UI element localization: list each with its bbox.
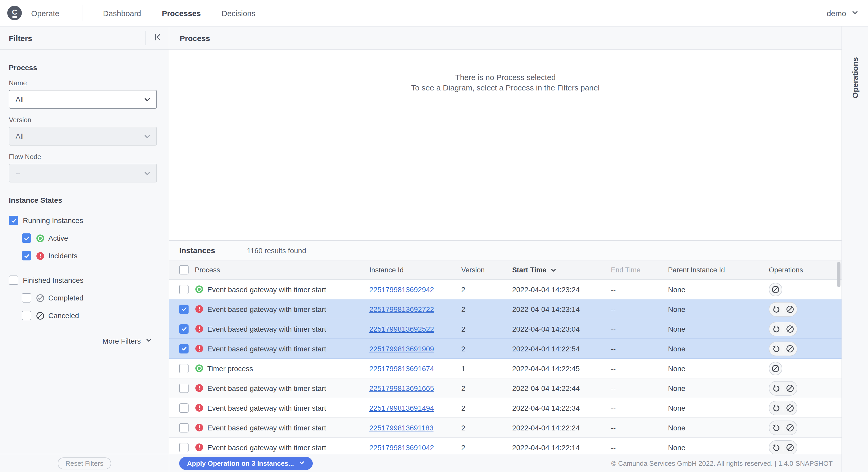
row-checkbox[interactable]: [179, 443, 189, 452]
end-time-cell: --: [611, 443, 668, 451]
main-navigation: DashboardProcessesDecisions: [103, 8, 255, 18]
row-checkbox[interactable]: [179, 364, 189, 373]
scrollbar-thumb[interactable]: [837, 262, 840, 287]
instance-id-link[interactable]: 2251799813691674: [369, 364, 434, 373]
version-cell: 2: [461, 384, 512, 392]
row-checkbox[interactable]: [179, 324, 189, 333]
nav-item-processes[interactable]: Processes: [162, 8, 201, 18]
filters-footer: Reset Filters: [0, 454, 169, 472]
results-count: 1160 results found: [247, 246, 306, 255]
cancel-operation-button[interactable]: [783, 421, 797, 434]
row-checkbox[interactable]: [179, 304, 189, 314]
column-header-process: Process: [195, 266, 369, 274]
column-header-version[interactable]: Version: [461, 266, 512, 274]
start-time-cell: 2022-04-04 14:23:04: [512, 325, 611, 333]
running-instances-filter: Running Instances: [0, 212, 169, 229]
row-checkbox[interactable]: [179, 383, 189, 393]
row-checkbox[interactable]: [179, 344, 189, 353]
operations-cell: [769, 401, 834, 415]
end-time-cell: --: [611, 384, 668, 392]
operations-cell: [769, 283, 834, 296]
start-time-cell: 2022-04-04 14:22:34: [512, 404, 611, 412]
operations-cell: [769, 361, 834, 375]
cancel-operation-button[interactable]: [783, 402, 797, 414]
name-select[interactable]: All: [9, 90, 157, 109]
row-checkbox[interactable]: [179, 285, 189, 294]
operations-cell: [769, 322, 834, 336]
instances-table-header: ProcessInstance IdVersionStart TimeEnd T…: [169, 260, 841, 280]
camunda-logo-icon: C: [7, 6, 22, 20]
instance-row: Event based gateway with timer start2251…: [169, 378, 841, 398]
instance-row: Event based gateway with timer start2251…: [169, 339, 841, 359]
instance-id-cell: 2251799813692522: [369, 325, 461, 333]
instance-id-link[interactable]: 2251799813692722: [369, 305, 434, 313]
retry-operation-button[interactable]: [769, 441, 783, 453]
retry-operation-button[interactable]: [769, 342, 783, 355]
name-field: NameAll: [0, 79, 169, 109]
finished-instances-checkbox[interactable]: [9, 275, 18, 285]
column-header-parent-instance-id[interactable]: Parent Instance Id: [668, 266, 769, 274]
cancel-operation-button[interactable]: [769, 283, 782, 296]
canceled-checkbox[interactable]: [22, 311, 31, 320]
end-time-cell: --: [611, 285, 668, 293]
cancel-operation-button[interactable]: [783, 303, 797, 315]
version-cell: 2: [461, 443, 512, 451]
finished-instances-label: Finished Instances: [23, 276, 83, 284]
filters-title: Filters: [0, 33, 146, 42]
cancel-operation-button[interactable]: [783, 323, 797, 335]
incident-state-icon: [195, 344, 207, 353]
instance-id-cell: 2251799813691909: [369, 344, 461, 353]
column-header-instance-id[interactable]: Instance Id: [369, 266, 461, 274]
version-cell: 1: [461, 364, 512, 373]
completed-checkbox[interactable]: [22, 293, 31, 302]
instance-id-link[interactable]: 2251799813692942: [369, 285, 434, 293]
nav-item-dashboard[interactable]: Dashboard: [103, 8, 141, 18]
canceled-state-icon: [36, 311, 45, 320]
collapse-filters-button[interactable]: [146, 27, 169, 49]
instance-id-link[interactable]: 2251799813691909: [369, 344, 434, 353]
retry-operation-button[interactable]: [769, 402, 783, 414]
more-filters-button[interactable]: More Filters: [0, 337, 169, 345]
operations-panel-collapsed[interactable]: Operations: [842, 27, 868, 472]
process-diagram-panel: Process There is no Process selected To …: [169, 27, 841, 240]
running-instances-checkbox[interactable]: [9, 216, 18, 225]
instance-id-link[interactable]: 2251799813692522: [369, 325, 434, 333]
instance-id-link[interactable]: 2251799813691665: [369, 384, 434, 392]
completed-state-icon: [36, 293, 45, 302]
version-cell: 2: [461, 344, 512, 353]
start-time-cell: 2022-04-04 14:23:14: [512, 305, 611, 313]
process-name: Event based gateway with timer start: [207, 285, 369, 293]
retry-operation-button[interactable]: [769, 303, 783, 315]
cancel-operation-button[interactable]: [769, 361, 782, 375]
instance-id-link[interactable]: 2251799813691494: [369, 404, 434, 412]
chevron-down-icon: [143, 169, 151, 177]
row-checkbox[interactable]: [179, 403, 189, 412]
incident-state-icon: [195, 384, 207, 392]
select-all-checkbox[interactable]: [179, 265, 189, 274]
retry-operation-button[interactable]: [769, 323, 783, 335]
parent-instance-id-cell: None: [668, 443, 769, 451]
nav-item-decisions[interactable]: Decisions: [221, 8, 255, 18]
apply-operation-button[interactable]: Apply Operation on 3 Instances...: [179, 457, 313, 470]
instance-id-link[interactable]: 2251799813691042: [369, 443, 434, 451]
retry-operation-button[interactable]: [769, 382, 783, 394]
incidents-checkbox[interactable]: [22, 251, 31, 260]
cancel-operation-button[interactable]: [783, 342, 797, 355]
reset-filters-button[interactable]: Reset Filters: [58, 457, 111, 469]
incident-state-icon: [195, 403, 207, 412]
column-header-start-time[interactable]: Start Time: [512, 266, 611, 274]
process-name: Timer process: [207, 364, 369, 373]
incidents-filter: Incidents: [0, 247, 169, 265]
cancel-operation-button[interactable]: [783, 382, 797, 394]
flow-node-select-value: --: [16, 169, 143, 177]
version-cell: 2: [461, 404, 512, 412]
row-checkbox[interactable]: [179, 423, 189, 432]
end-time-cell: --: [611, 305, 668, 313]
user-menu[interactable]: demo: [827, 8, 868, 18]
retry-operation-button[interactable]: [769, 421, 783, 434]
instances-table-body: Event based gateway with timer start2251…: [169, 280, 841, 454]
cancel-operation-button[interactable]: [783, 441, 797, 453]
active-checkbox[interactable]: [22, 233, 31, 243]
flow-node-field: Flow Node--: [0, 153, 169, 182]
instance-id-link[interactable]: 2251799813691183: [369, 423, 433, 432]
